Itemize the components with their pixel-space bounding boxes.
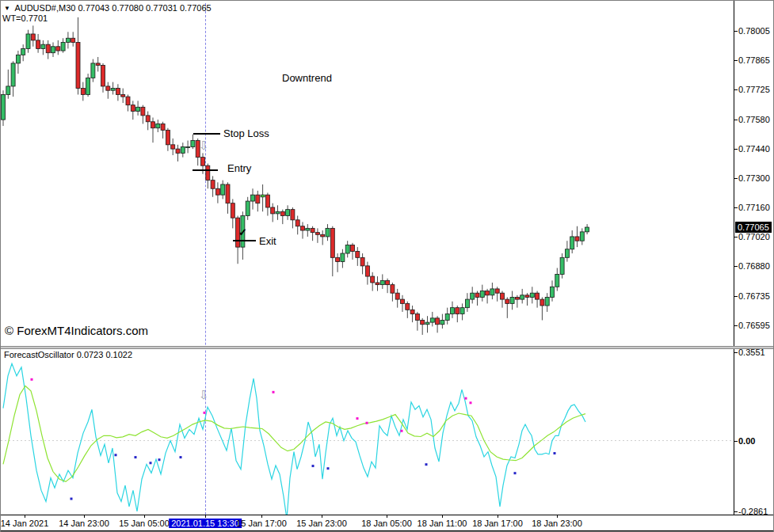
price-axis-tick <box>734 178 738 179</box>
candle-body <box>51 47 55 53</box>
time-axis-label[interactable]: 14 Jan 2021 <box>1 519 49 528</box>
candle-body <box>421 320 425 324</box>
candle-body <box>436 318 440 325</box>
symbol-dropdown-icon[interactable]: ▼ <box>4 5 10 12</box>
candle-body <box>336 257 340 261</box>
price-axis-label: 0.77020 <box>738 232 770 241</box>
candle-body <box>161 124 165 130</box>
candle-body <box>6 86 10 95</box>
candle-body <box>415 314 419 321</box>
candle-body <box>166 130 170 144</box>
candle-body <box>376 283 379 285</box>
candle-body <box>536 293 540 299</box>
time-axis-label[interactable]: 15 Jan 05:00 <box>119 519 170 528</box>
time-axis-tick <box>387 515 387 518</box>
candle-body <box>271 207 275 214</box>
time-axis-label[interactable]: 14 Jan 23:00 <box>59 519 109 528</box>
price-axis-tick <box>734 207 738 208</box>
candle-body <box>61 43 65 51</box>
candle-body <box>2 94 6 120</box>
time-axis-label[interactable]: 18 Jan 17:00 <box>472 519 523 528</box>
price-axis-tick <box>734 89 738 90</box>
pane-divider[interactable] <box>1 346 773 349</box>
blue-dot <box>554 452 556 454</box>
oscillator-name: ForecastOscillator <box>4 350 74 359</box>
candle-body <box>201 158 205 166</box>
candle-body <box>360 257 364 266</box>
symbol-period-label: AUDUSD#,M30 <box>14 3 75 13</box>
stop-loss-line[interactable] <box>193 133 220 135</box>
price-axis-label: 0.77160 <box>738 203 770 212</box>
candle-body <box>471 293 475 299</box>
candle-body <box>371 276 375 283</box>
candle-body <box>301 226 305 230</box>
price-axis-border <box>734 1 734 515</box>
candle-body <box>136 107 140 111</box>
price-axis-tick <box>734 60 738 61</box>
candle-body <box>41 44 45 48</box>
oscillator-axis-tick <box>734 352 738 353</box>
candle-body <box>401 299 405 303</box>
candle-body <box>116 89 120 95</box>
price-axis-label: 0.78005 <box>738 26 770 36</box>
time-axis-label[interactable]: 18 Jan 05:00 <box>361 519 412 528</box>
candle-body <box>425 322 429 325</box>
blue-dot <box>115 454 117 456</box>
wt-indicator-label: WT=0.7701 <box>2 13 48 23</box>
magenta-dot <box>465 397 467 400</box>
candle-body <box>26 34 30 48</box>
candle-body <box>445 314 449 321</box>
oscillator-canvas[interactable] <box>1 349 734 515</box>
candle-body <box>515 297 519 299</box>
down-arrow-icon: ⇩ <box>199 139 209 151</box>
price-axis-label: 0.76735 <box>738 291 770 301</box>
magenta-dot <box>31 378 33 381</box>
magenta-dot <box>356 417 359 420</box>
candle-body <box>510 297 514 303</box>
candle-body <box>326 228 330 237</box>
time-axis-label[interactable]: 15 Jan 17:00 <box>236 519 287 528</box>
candle-body <box>11 63 15 86</box>
candle-body <box>221 184 225 195</box>
candle-body <box>465 299 469 308</box>
candle-body <box>295 220 299 226</box>
candle-body <box>321 234 325 237</box>
candle-body <box>365 266 369 276</box>
candle-body <box>565 249 569 258</box>
time-axis-label[interactable]: 18 Jan 11:00 <box>418 519 467 528</box>
candle-body <box>176 149 180 153</box>
time-axis[interactable]: 14 Jan 202114 Jan 23:0015 Jan 05:002021.… <box>1 515 773 531</box>
price-axis-label: 0.77440 <box>738 144 770 154</box>
price-axis-label: 0.76595 <box>738 321 770 330</box>
candle-body <box>440 320 444 324</box>
exit-line[interactable] <box>233 240 256 241</box>
candle-body <box>460 308 464 314</box>
entry-line[interactable] <box>193 169 218 171</box>
candle-body <box>31 34 35 40</box>
candle-body <box>330 228 334 257</box>
time-axis-tick <box>442 515 443 518</box>
candle-body <box>246 201 250 215</box>
candle-body <box>16 55 20 63</box>
main-chart-canvas[interactable] <box>1 1 734 347</box>
blue-dot <box>514 472 517 474</box>
selected-time-label[interactable]: 2021.01.15 13:30 <box>169 519 242 528</box>
blue-dot <box>425 463 428 466</box>
time-axis-tick <box>144 515 145 518</box>
price-axis-tick <box>734 31 738 32</box>
time-axis-label[interactable]: 18 Jan 23:00 <box>532 519 582 528</box>
candle-body <box>111 89 115 91</box>
candle-body <box>56 47 60 51</box>
time-axis-label[interactable]: 15 Jan 23:00 <box>296 519 347 528</box>
ohlc-quotes-label: 0.77043 0.77080 0.77031 0.77065 <box>78 3 211 13</box>
candle-body <box>501 293 505 299</box>
candle-body <box>251 195 255 201</box>
candle-body <box>86 78 90 94</box>
price-axis-label: 0.77725 <box>738 85 770 94</box>
candle-body <box>146 116 150 122</box>
candle-body <box>555 274 559 287</box>
candle-body <box>206 165 210 180</box>
candle-body <box>386 280 390 284</box>
candle-body <box>406 303 410 310</box>
copyright-watermark: © ForexMT4Indicators.com <box>5 324 148 337</box>
